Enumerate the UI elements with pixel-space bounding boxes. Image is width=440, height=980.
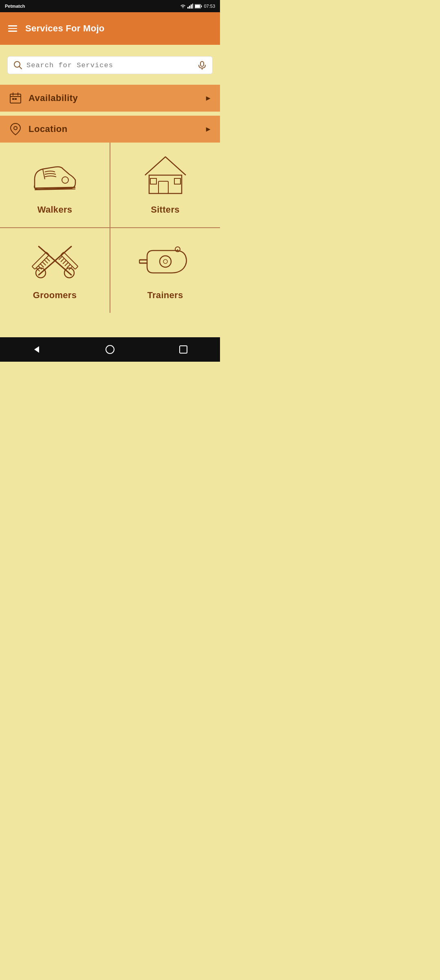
svg-rect-23 [32, 252, 49, 269]
svg-rect-22 [174, 178, 180, 184]
time: 07:53 [204, 4, 215, 9]
search-input[interactable] [26, 62, 194, 69]
groomers-cell[interactable]: Groomers [0, 228, 110, 313]
svg-rect-5 [201, 5, 202, 7]
separator-band-2 [0, 112, 220, 115]
svg-line-28 [44, 260, 47, 263]
back-icon [32, 345, 42, 354]
status-bar: Petmatch 07:53 [0, 0, 220, 12]
bottom-spacer [0, 313, 220, 337]
sitters-label: Sitters [151, 204, 180, 215]
svg-line-39 [66, 264, 70, 268]
battery-icon [195, 4, 202, 9]
location-icon [8, 123, 23, 136]
svg-point-41 [160, 256, 171, 267]
shoe-icon [31, 159, 79, 197]
home-icon [105, 345, 115, 354]
availability-chevron: ► [205, 94, 212, 103]
menu-button[interactable] [8, 25, 17, 32]
search-box[interactable] [7, 56, 213, 74]
svg-rect-34 [61, 252, 78, 269]
svg-line-38 [65, 262, 68, 266]
recent-button[interactable] [173, 341, 194, 358]
svg-rect-9 [200, 62, 204, 66]
svg-point-17 [14, 127, 17, 130]
back-button[interactable] [26, 341, 47, 358]
svg-rect-2 [191, 4, 192, 9]
bottom-nav [0, 337, 220, 362]
calendar-icon [8, 92, 23, 104]
svg-rect-1 [189, 6, 190, 9]
svg-rect-6 [195, 5, 200, 8]
trainers-cell[interactable]: Trainers [110, 228, 220, 313]
separator-band [0, 81, 220, 84]
signal-icon [187, 4, 193, 9]
availability-label: Availability [29, 93, 205, 103]
svg-point-42 [163, 259, 167, 264]
app-bar: Services For Mojo [0, 12, 220, 45]
house-icon [143, 155, 188, 197]
svg-line-26 [40, 264, 43, 267]
trainers-label: Trainers [147, 290, 183, 301]
location-label: Location [29, 124, 205, 134]
search-area [0, 52, 220, 81]
svg-rect-47 [180, 346, 187, 353]
location-chevron: ► [205, 125, 212, 134]
walkers-label: Walkers [37, 204, 73, 215]
scissors-icon [31, 240, 79, 283]
service-grid: Walkers Sitters [0, 143, 220, 313]
svg-rect-0 [187, 7, 189, 9]
svg-point-46 [106, 345, 114, 354]
svg-rect-20 [158, 181, 168, 193]
svg-rect-3 [192, 4, 193, 9]
top-yellow-band [0, 45, 220, 52]
home-button[interactable] [100, 341, 120, 358]
location-filter[interactable]: Location ► [0, 115, 220, 143]
status-icons: 07:53 [180, 4, 215, 9]
groomers-label: Groomers [33, 290, 77, 301]
svg-rect-16 [15, 98, 17, 100]
svg-line-29 [46, 258, 49, 261]
svg-line-8 [19, 66, 22, 69]
svg-rect-15 [12, 98, 14, 100]
svg-line-37 [63, 260, 66, 264]
svg-point-18 [62, 177, 68, 183]
svg-line-27 [42, 262, 45, 265]
walkers-cell[interactable]: Walkers [0, 143, 110, 228]
page-title: Services For Mojo [25, 23, 105, 34]
app-name: Petmatch [5, 4, 25, 9]
svg-rect-21 [150, 178, 156, 184]
search-icon [13, 61, 22, 70]
svg-line-36 [61, 258, 64, 261]
recent-icon [179, 345, 188, 354]
wifi-icon [180, 4, 186, 9]
svg-marker-45 [34, 346, 39, 353]
availability-filter[interactable]: Availability ► [0, 84, 220, 112]
microphone-icon[interactable] [198, 61, 207, 70]
whistle-icon [139, 244, 192, 283]
sitters-cell[interactable]: Sitters [110, 143, 220, 228]
